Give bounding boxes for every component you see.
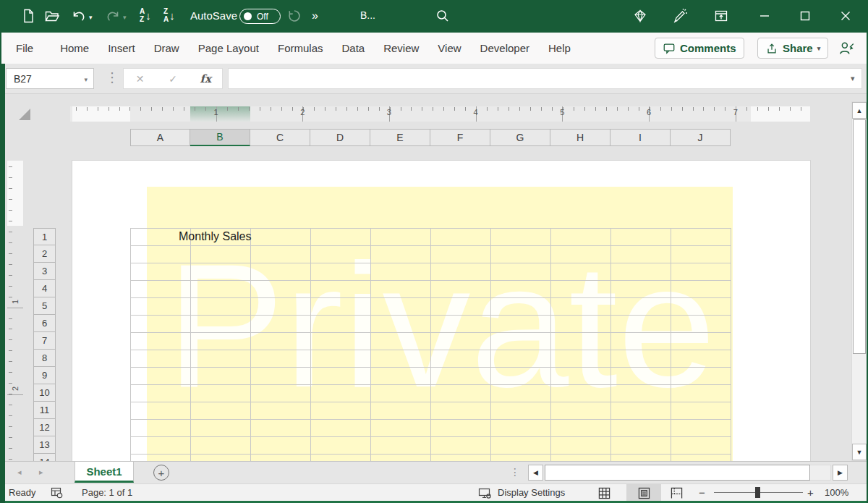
- ruler-tick: [682, 107, 683, 111]
- row-header-13[interactable]: 13: [33, 436, 56, 454]
- redo-dropdown-icon[interactable]: ▾: [123, 14, 127, 21]
- comments-button[interactable]: Comments: [655, 38, 744, 59]
- row-header-4[interactable]: 4: [33, 280, 56, 297]
- people-icon[interactable]: [837, 39, 856, 58]
- ribbon-tabs: FileHomeInsertDrawPage LayoutFormulasDat…: [16, 33, 571, 64]
- sync-icon[interactable]: [286, 8, 304, 25]
- zoom-out-button[interactable]: −: [699, 486, 705, 499]
- cancel-icon[interactable]: ✕: [124, 73, 156, 85]
- column-header-A[interactable]: A: [130, 129, 190, 146]
- row-header-5[interactable]: 5: [33, 297, 56, 315]
- sort-ascending-icon[interactable]: AZ↓: [140, 7, 151, 23]
- redo-icon[interactable]: [105, 8, 122, 25]
- column-header-D[interactable]: D: [310, 129, 370, 146]
- ruler-tick: [109, 107, 109, 111]
- undo-dropdown-icon[interactable]: ▾: [89, 14, 93, 21]
- vruler-top-margin: [7, 161, 23, 226]
- macro-record-icon[interactable]: [51, 487, 64, 499]
- status-bar: Ready Page: 1 of 1 Display Settings −: [0, 483, 868, 503]
- name-box-dropdown-icon[interactable]: ▾: [84, 76, 88, 83]
- search-icon[interactable]: [435, 8, 452, 25]
- close-icon[interactable]: [838, 8, 855, 25]
- row-header-7[interactable]: 7: [33, 332, 56, 350]
- tab-developer[interactable]: Developer: [480, 42, 529, 54]
- row-header-1[interactable]: 1: [33, 228, 56, 245]
- row-header-3[interactable]: 3: [33, 263, 56, 280]
- ruler-tick: [76, 107, 77, 111]
- document-title[interactable]: B...: [360, 9, 375, 21]
- draw-pen-icon[interactable]: [672, 8, 689, 25]
- normal-view-icon[interactable]: [598, 487, 610, 499]
- tab-draw[interactable]: Draw: [154, 42, 179, 54]
- ruler-tick: [357, 107, 358, 111]
- formula-input[interactable]: [228, 68, 862, 89]
- enter-icon[interactable]: ✓: [156, 73, 189, 85]
- name-box[interactable]: B27 ▾: [6, 68, 94, 89]
- scroll-down-icon[interactable]: ▼: [852, 444, 867, 460]
- zoom-slider-thumb[interactable]: [755, 487, 760, 498]
- quick-access-overflow[interactable]: »: [312, 9, 318, 22]
- sort-descending-icon[interactable]: ZA↓: [163, 7, 175, 23]
- select-all-corner[interactable]: [19, 109, 30, 120]
- gem-icon[interactable]: [632, 8, 650, 25]
- ruler-tick: [129, 107, 130, 111]
- column-header-J[interactable]: J: [671, 129, 731, 146]
- row-header-10[interactable]: 10: [33, 384, 56, 402]
- row-header-14[interactable]: 14: [33, 454, 56, 461]
- tab-formulas[interactable]: Formulas: [278, 42, 323, 54]
- column-header-B[interactable]: B: [190, 129, 250, 146]
- tab-split-handle[interactable]: ⋮: [510, 466, 520, 478]
- maximize-icon[interactable]: [797, 8, 814, 25]
- formula-bar-handle[interactable]: ⋮: [106, 69, 119, 85]
- tab-page-layout[interactable]: Page Layout: [198, 42, 259, 54]
- column-header-E[interactable]: E: [370, 129, 430, 146]
- ruler-tick: [249, 107, 250, 111]
- share-button[interactable]: Share ▾: [757, 38, 828, 59]
- display-settings-icon[interactable]: [478, 488, 493, 499]
- prev-sheet-icon[interactable]: ◂: [17, 468, 22, 477]
- page-break-view-icon[interactable]: [671, 487, 683, 499]
- tab-file[interactable]: File: [16, 42, 33, 54]
- horizontal-scroll-thumb[interactable]: [545, 465, 810, 481]
- display-settings-label[interactable]: Display Settings: [498, 487, 565, 498]
- tab-data[interactable]: Data: [341, 42, 365, 54]
- column-header-F[interactable]: F: [430, 129, 490, 146]
- ribbon-display-options-icon[interactable]: [713, 8, 731, 25]
- next-sheet-icon[interactable]: ▸: [39, 468, 43, 477]
- column-header-I[interactable]: I: [610, 129, 671, 146]
- row-header-12[interactable]: 12: [33, 419, 56, 436]
- minimize-icon[interactable]: [757, 8, 774, 25]
- zoom-level[interactable]: 100%: [825, 487, 848, 498]
- autosave-toggle[interactable]: Off: [239, 9, 281, 24]
- row-header-9[interactable]: 9: [33, 367, 56, 384]
- undo-icon[interactable]: [71, 8, 88, 25]
- row-header-6[interactable]: 6: [33, 315, 56, 332]
- ruler-tick: [238, 107, 239, 111]
- tab-insert[interactable]: Insert: [108, 42, 135, 54]
- column-header-G[interactable]: G: [490, 129, 550, 146]
- vertical-scrollbar[interactable]: ▲ ▼: [851, 101, 867, 461]
- row-header-11[interactable]: 11: [33, 402, 56, 419]
- add-sheet-button[interactable]: +: [153, 465, 169, 481]
- column-header-C[interactable]: C: [250, 129, 310, 146]
- vruler-tick: [9, 448, 12, 449]
- worksheet-area[interactable]: 1234567 12 Private Monthly Sales ABCDEFG…: [0, 94, 868, 461]
- tab-help[interactable]: Help: [548, 42, 571, 54]
- tab-view[interactable]: View: [438, 42, 461, 54]
- vertical-scroll-thumb[interactable]: [853, 119, 866, 354]
- page-layout-view-icon[interactable]: [638, 487, 650, 499]
- open-folder-icon[interactable]: [44, 8, 61, 25]
- expand-formula-bar-icon[interactable]: ▾: [851, 74, 855, 83]
- scroll-up-icon[interactable]: ▲: [852, 102, 867, 119]
- new-file-icon[interactable]: [20, 8, 38, 25]
- scroll-right-icon[interactable]: ▶: [833, 465, 848, 481]
- column-header-H[interactable]: H: [550, 129, 610, 146]
- scroll-left-icon[interactable]: ◀: [528, 465, 543, 481]
- sheet-tab-sheet1[interactable]: Sheet1: [75, 462, 134, 483]
- tab-home[interactable]: Home: [60, 42, 89, 54]
- insert-function-button[interactable]: fx: [190, 72, 222, 85]
- row-header-2[interactable]: 2: [33, 245, 56, 263]
- tab-review[interactable]: Review: [383, 42, 419, 54]
- row-header-8[interactable]: 8: [33, 350, 56, 367]
- zoom-in-button[interactable]: +: [807, 486, 814, 499]
